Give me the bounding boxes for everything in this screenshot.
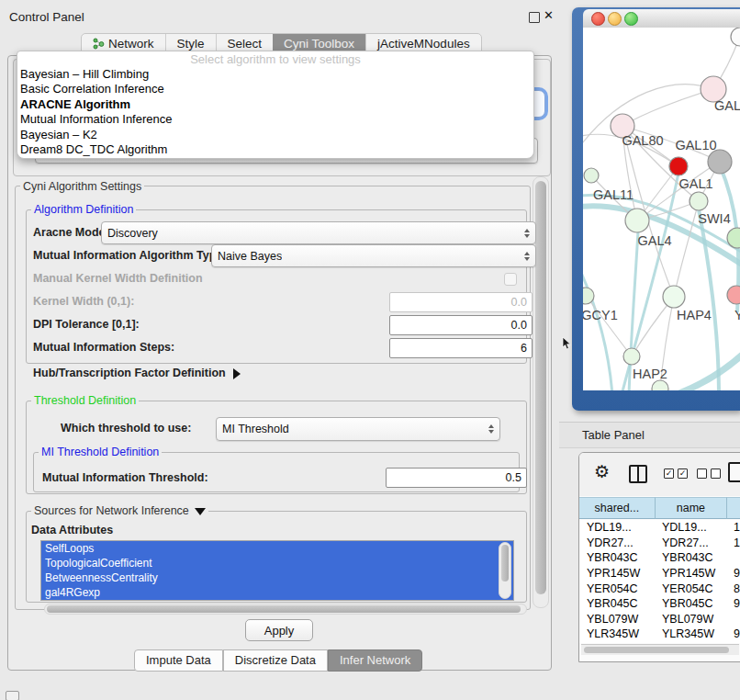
table-cell: YER054C: [655, 582, 728, 595]
column-header-shared[interactable]: shared...: [579, 497, 656, 519]
table-row[interactable]: YBL079WYBL079W: [579, 612, 740, 627]
table-cell: YDR27...: [655, 536, 728, 549]
close-traffic-light[interactable]: [591, 12, 605, 26]
threshold-combobox[interactable]: MI Threshold: [216, 417, 500, 441]
table-row[interactable]: YER054CYER054C8.: [579, 581, 740, 596]
bottom-corner-icon[interactable]: [6, 691, 19, 700]
combobox-arrows-icon: [488, 424, 494, 434]
algorithm-option-bayesian-hill-climbing[interactable]: Bayesian – Hill Climbing: [17, 67, 533, 82]
table-toolbar: ⚙ ✓ ✓: [579, 453, 740, 496]
network-edge[interactable]: [586, 296, 632, 356]
expander-arrow-right-icon: [233, 368, 241, 379]
algorithm-option-mutual-information-inference[interactable]: Mutual Information Inference: [17, 112, 533, 127]
node-label: GAL80: [622, 133, 663, 148]
algorithm-option-bayesian-k2[interactable]: Bayesian – K2: [17, 128, 533, 142]
node-partial-bottom[interactable]: [652, 380, 668, 390]
combobox-arrows-icon: [524, 252, 530, 261]
node-partial-top[interactable]: [731, 28, 740, 46]
node-label: Y: [734, 308, 740, 322]
document-icon[interactable]: [728, 462, 740, 482]
table-cell: YLR345W: [579, 627, 655, 640]
checked-checkbox-icon[interactable]: ✓: [664, 469, 674, 479]
dropdown-items: Bayesian – Hill ClimbingBasic Correlatio…: [17, 67, 533, 157]
kernel-width-label: Kernel Width (0,1):: [33, 295, 134, 308]
mi-type-combobox[interactable]: Naive Bayes: [211, 244, 536, 267]
scrollbar-thumb[interactable]: [584, 647, 729, 653]
attribute-item-gal4rgexp[interactable]: gal4RGexp: [41, 585, 513, 600]
minimize-traffic-light[interactable]: [608, 12, 622, 26]
tab-discretize-data[interactable]: Discretize Data: [223, 649, 328, 672]
sources-expander[interactable]: Sources for Network Inference: [31, 504, 208, 517]
threshold-definition-title: Threshold Definition: [31, 394, 139, 407]
columns-icon[interactable]: [629, 465, 647, 483]
float-window-icon[interactable]: [529, 12, 540, 23]
table-row[interactable]: YPR145WYPR145W9.: [579, 566, 740, 581]
attribute-item-topologicalcoefficient[interactable]: TopologicalCoefficient: [41, 556, 513, 570]
mi-threshold-field[interactable]: 0.5: [386, 468, 527, 488]
table-rows: YDL19...YDL19...13YDR27...YDR27...12YBR0…: [579, 520, 740, 643]
attributes-list-scrollbar[interactable]: [499, 542, 511, 599]
gear-icon[interactable]: ⚙: [594, 463, 610, 481]
attribute-item-betweennesscentrality[interactable]: BetweennessCentrality: [41, 570, 513, 585]
table-cell: YPR145W: [579, 567, 655, 580]
algorithm-option-aracne-algorithm[interactable]: ARACNE Algorithm: [17, 97, 533, 112]
mi-steps-label: Mutual Information Steps:: [33, 341, 174, 354]
node-label: SWI4: [698, 211, 730, 226]
table-cell: YPR145W: [655, 567, 728, 580]
column-header-name[interactable]: name: [656, 497, 728, 519]
table-horizontal-scrollbar[interactable]: [581, 644, 739, 655]
tab-infer-network[interactable]: Infer Network: [328, 649, 422, 672]
tab-label: Cyni Toolbox: [284, 37, 354, 51]
network-canvas[interactable]: GALGAL80GAL10GAL11GAL1GAL4SWI4GCY1HAP4YH…: [583, 28, 740, 390]
scrollbar-thumb[interactable]: [501, 545, 509, 581]
node-gcy1[interactable]: [583, 288, 594, 304]
zoom-traffic-light[interactable]: [624, 12, 638, 26]
hub-factor-label: Hub/Transcription Factor Definition: [33, 367, 226, 379]
settings-horizontal-scrollbar[interactable]: [44, 604, 527, 615]
table-row[interactable]: YLR345WYLR345W9.: [579, 627, 740, 642]
scrollbar-thumb[interactable]: [535, 181, 546, 594]
algorithm-option-dream8-dc-tdc-algorithm[interactable]: Dream8 DC_TDC Algorithm: [17, 142, 533, 157]
table-cell: YBR043C: [579, 551, 655, 564]
checked-checkbox-icon[interactable]: ✓: [678, 469, 688, 479]
unchecked-checkbox-icon[interactable]: [711, 469, 721, 479]
aracne-mode-combobox[interactable]: Discovery: [101, 221, 536, 244]
dpi-tolerance-field[interactable]: 0.0: [389, 315, 533, 335]
network-graph: GALGAL80GAL10GAL11GAL1GAL4SWI4GCY1HAP4YH…: [583, 28, 740, 390]
table-cell: YDL19...: [579, 521, 655, 534]
kernel-width-field[interactable]: 0.0: [389, 292, 533, 312]
node-gal10[interactable]: [708, 150, 732, 174]
panel-title: Control Panel: [9, 10, 84, 24]
tab-impute-data[interactable]: Impute Data: [134, 649, 223, 672]
hub-factor-expander[interactable]: Hub/Transcription Factor Definition: [33, 367, 241, 379]
node-red[interactable]: [669, 157, 688, 175]
table-row[interactable]: YBR045CYBR045C9.: [579, 596, 740, 612]
mouse-cursor: [562, 337, 573, 350]
mi-steps-field[interactable]: 6: [389, 338, 533, 358]
node-gal4[interactable]: [625, 209, 649, 232]
algorithm-option-basic-correlation-inference[interactable]: Basic Correlation Inference: [17, 82, 533, 96]
table-row[interactable]: YIL052CYIL052C9.: [579, 642, 740, 643]
node-y-pink[interactable]: [727, 286, 740, 304]
network-edge[interactable]: [583, 257, 612, 390]
close-icon[interactable]: ✕: [544, 8, 554, 22]
scrollbar-thumb[interactable]: [47, 605, 521, 613]
table-row[interactable]: YBR043CYBR043C: [579, 550, 740, 566]
table-panel: ⚙ ✓ ✓ shared...nameA YDL19...YDL19...13Y…: [578, 452, 740, 662]
data-attributes-list[interactable]: SelfLoopsTopologicalCoefficientBetweenne…: [40, 540, 514, 601]
node-hap2[interactable]: [623, 348, 640, 365]
apply-button[interactable]: Apply: [245, 619, 313, 641]
unchecked-checkbox-icon[interactable]: [697, 469, 707, 479]
node-gal1[interactable]: [690, 192, 708, 210]
tab-label: Network: [108, 37, 154, 51]
tab-label: Select: [228, 37, 263, 51]
column-header-a[interactable]: A: [727, 497, 740, 519]
node-gal11[interactable]: [584, 168, 599, 183]
network-edge[interactable]: [622, 89, 713, 126]
manual-kernel-checkbox[interactable]: [504, 273, 517, 286]
table-row[interactable]: YDR27...YDR27...12: [579, 536, 740, 551]
node-hap4[interactable]: [663, 286, 685, 308]
network-window-titlebar[interactable]: [583, 9, 740, 28]
attribute-item-selfloops[interactable]: SelfLoops: [41, 541, 513, 556]
table-row[interactable]: YDL19...YDL19...13: [579, 520, 740, 536]
